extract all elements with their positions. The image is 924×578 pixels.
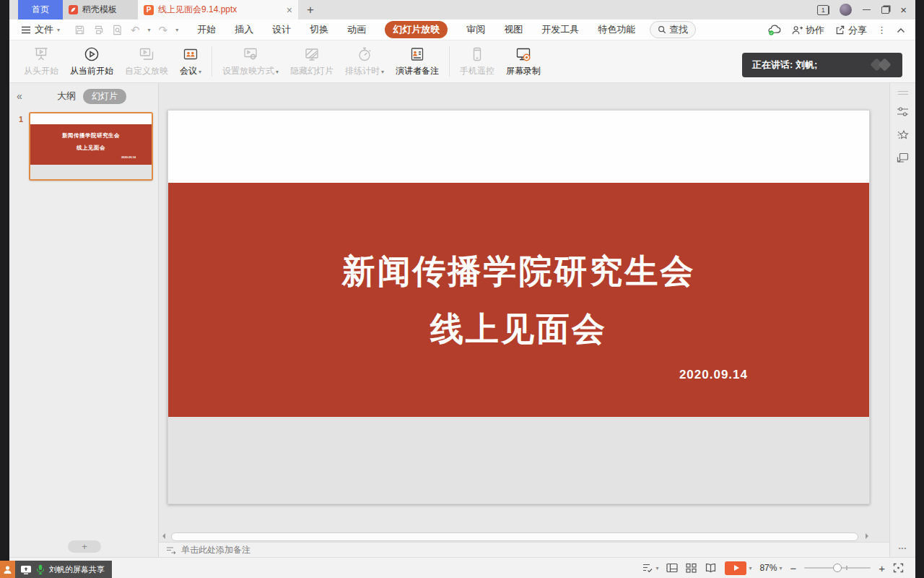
reading-view-button[interactable]: [705, 563, 717, 573]
thumbnail-title-line2: 线上见面会: [30, 144, 152, 152]
more-options-icon[interactable]: ⋮: [877, 25, 886, 35]
redo-icon[interactable]: ↷: [159, 25, 168, 35]
slide-number: 1: [19, 115, 23, 124]
meeting-button[interactable]: 会议▾: [174, 46, 207, 77]
tab-document[interactable]: P 线上见面会9.14.pptx ×: [138, 0, 298, 20]
ribbon-tab-design[interactable]: 设计: [272, 23, 291, 36]
ribbon-tab-animation[interactable]: 动画: [347, 23, 366, 36]
speaker-notes-button[interactable]: 演讲者备注: [390, 46, 445, 77]
search-box[interactable]: 查找: [650, 21, 696, 38]
adjust-sliders-icon[interactable]: [890, 106, 915, 117]
slide-area: 新闻传播学院研究生会 线上见面会 2020.09.14: [159, 83, 889, 531]
rail-handle-icon[interactable]: [890, 90, 915, 95]
slide-title-line2[interactable]: 线上见面会: [168, 307, 869, 352]
zoom-100-tick: [846, 566, 847, 570]
share-screen-icon[interactable]: [20, 565, 32, 574]
zoom-slider-thumb[interactable]: [833, 564, 842, 572]
play-from-current-button[interactable]: 从当前开始: [64, 46, 119, 77]
maximize-icon[interactable]: [881, 7, 889, 14]
chevron-down-icon: ▾: [381, 69, 384, 75]
zoom-level-button[interactable]: 87% ▾: [759, 563, 782, 573]
undo-icon[interactable]: ↶: [131, 25, 140, 35]
slide-thumbnail[interactable]: 新闻传播学院研究生会 线上见面会 2020.09.14: [29, 112, 153, 181]
tab-docer-templates[interactable]: 稻壳模板: [63, 0, 138, 20]
print-icon[interactable]: [93, 25, 104, 35]
zoom-slider[interactable]: [804, 567, 871, 569]
screen-share-bar: 刘帆的屏幕共享: [15, 561, 112, 578]
tab-close-icon[interactable]: ×: [287, 5, 292, 15]
ribbon-tab-slideshow-active[interactable]: 幻灯片放映: [385, 21, 448, 38]
workspace-icon[interactable]: 1: [817, 5, 829, 15]
button-label: 自定义放映: [125, 65, 168, 77]
share-button[interactable]: 分享: [834, 24, 867, 37]
ribbon-collapse-caret-icon[interactable]: ▾: [175, 27, 178, 33]
ribbon-tab-special-features[interactable]: 特色功能: [598, 23, 635, 36]
outline-tab[interactable]: 大纲: [57, 90, 76, 103]
ribbon-tab-insert[interactable]: 插入: [235, 23, 253, 36]
hide-slide-button[interactable]: 隐藏幻灯片: [284, 46, 339, 77]
add-slide-button[interactable]: +: [68, 540, 101, 553]
tab-bar: 首页 稻壳模板 P 线上见面会9.14.pptx × + 1 ×: [9, 0, 915, 20]
fit-to-window-button[interactable]: [893, 563, 904, 573]
menu-bar-right: 协作 分享 ⋮: [767, 20, 905, 40]
undo-history-caret-icon[interactable]: ▾: [148, 27, 151, 33]
save-icon[interactable]: [74, 25, 85, 35]
slides-tab-active[interactable]: 幻灯片: [83, 89, 126, 104]
new-tab-button[interactable]: +: [298, 0, 323, 20]
meeting-member-icon[interactable]: [0, 561, 15, 578]
outline-level-button[interactable]: ▾: [642, 563, 658, 573]
normal-view-button[interactable]: [666, 563, 678, 573]
rehearse-timings-button[interactable]: 排练计时▾: [339, 46, 390, 77]
scroll-left-icon[interactable]: [162, 533, 165, 539]
ribbon-tab-developer[interactable]: 开发工具: [541, 23, 579, 36]
meeting-speaking-banner[interactable]: 正在讲话: 刘帆;: [742, 53, 902, 77]
chevron-down-icon: ▾: [276, 69, 279, 75]
play-from-start-button[interactable]: 从头开始: [18, 46, 64, 77]
slide-page[interactable]: 新闻传播学院研究生会 线上见面会 2020.09.14: [167, 110, 870, 504]
minimize-icon[interactable]: [863, 9, 871, 11]
horizontal-scrollbar[interactable]: [160, 531, 889, 541]
collaborate-label: 协作: [806, 24, 824, 37]
scroll-right-icon[interactable]: [866, 533, 868, 539]
notes-bar[interactable]: 单击此处添加备注: [159, 542, 889, 557]
microphone-icon[interactable]: [36, 564, 45, 574]
setup-show-button[interactable]: 设置放映方式▾: [217, 46, 284, 77]
popout-window-icon[interactable]: [890, 152, 915, 163]
chevron-up-icon[interactable]: [897, 27, 905, 33]
tab-document-label: 线上见面会9.14.pptx: [158, 4, 282, 16]
chevron-down-icon: ▾: [199, 69, 201, 75]
ribbon-tab-home[interactable]: 开始: [197, 23, 216, 36]
slide-sorter-view-button[interactable]: [686, 563, 697, 573]
slide-bottom-band: [168, 417, 869, 504]
smart-features-star-icon[interactable]: [890, 129, 915, 142]
print-preview-icon[interactable]: [112, 25, 123, 35]
custom-show-button[interactable]: 自定义放映: [119, 46, 174, 77]
ribbon-tab-transition[interactable]: 切换: [310, 23, 328, 36]
right-tool-rail: •••: [889, 83, 915, 557]
file-menu[interactable]: 文件 ▾: [21, 23, 60, 36]
screen-record-button[interactable]: 屏幕录制: [500, 46, 546, 77]
notes-icon: [166, 546, 176, 554]
zoom-out-button[interactable]: −: [790, 563, 796, 574]
collapse-panel-icon[interactable]: «: [17, 90, 34, 102]
close-window-icon[interactable]: ×: [900, 4, 907, 15]
slide-title-line1[interactable]: 新闻传播学院研究生会: [168, 249, 869, 294]
collaborate-button[interactable]: 协作: [791, 24, 824, 37]
screen-share-text: 刘帆的屏幕共享: [49, 564, 105, 575]
play-slideshow-button[interactable]: ▾: [725, 561, 751, 575]
ribbon-tab-review[interactable]: 审阅: [466, 23, 485, 36]
phone-remote-button[interactable]: 手机遥控: [454, 46, 500, 77]
rail-more-icon[interactable]: •••: [890, 545, 915, 551]
search-icon: [658, 25, 666, 34]
user-avatar[interactable]: [840, 4, 852, 16]
button-label: 排练计时: [345, 65, 380, 77]
slide-red-band: 新闻传播学院研究生会 线上见面会 2020.09.14: [168, 183, 869, 417]
scrollbar-thumb[interactable]: [171, 532, 858, 541]
ribbon-tab-view[interactable]: 视图: [504, 23, 523, 36]
tab-home[interactable]: 首页: [18, 0, 63, 20]
button-label: 演讲者备注: [396, 65, 439, 77]
wps-window: 首页 稻壳模板 P 线上见面会9.14.pptx × + 1 ×: [9, 0, 915, 578]
slide-date[interactable]: 2020.09.14: [679, 368, 748, 382]
cloud-sync-icon[interactable]: [767, 25, 781, 35]
zoom-in-button[interactable]: +: [879, 563, 885, 574]
